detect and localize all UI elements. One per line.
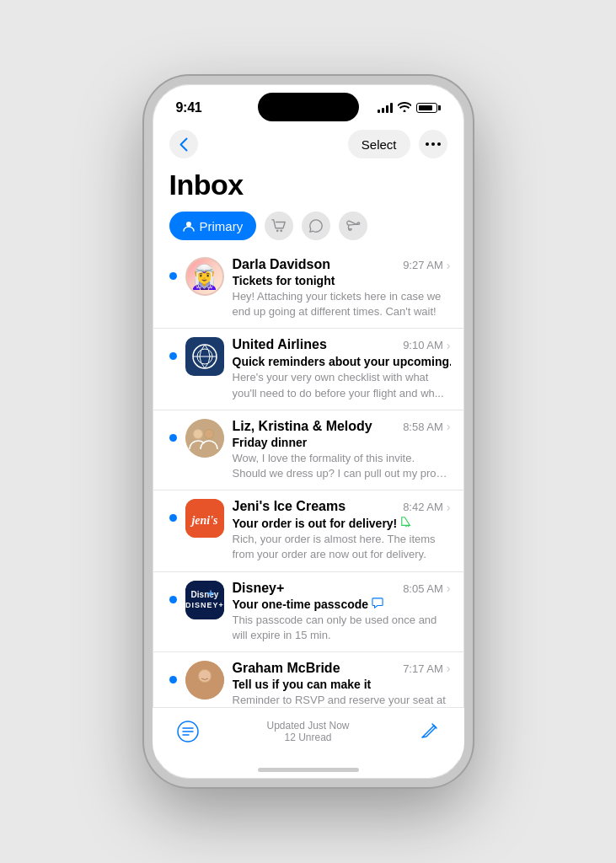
svg-text:Disney: Disney bbox=[190, 590, 218, 599]
email-item[interactable]: Liz, Kristina & Melody 8:58 AM › Friday … bbox=[153, 410, 464, 490]
svg-point-3 bbox=[186, 222, 191, 227]
email-preview: Here's your very own checklist with what… bbox=[233, 370, 451, 400]
battery-icon bbox=[416, 103, 441, 113]
email-sender: Liz, Kristina & Melody bbox=[233, 419, 372, 434]
email-time-row: 8:05 AM › bbox=[403, 582, 450, 595]
email-header-row: Disney+ 8:05 AM › bbox=[233, 581, 451, 596]
svg-rect-20 bbox=[185, 581, 224, 619]
status-icons bbox=[378, 102, 441, 115]
updated-text: Updated Just Now bbox=[266, 720, 349, 732]
svg-point-2 bbox=[437, 142, 441, 146]
chevron-right-icon: › bbox=[447, 582, 451, 595]
avatar: jeni's bbox=[185, 499, 224, 538]
status-center: Updated Just Now 12 Unread bbox=[266, 720, 349, 743]
email-item[interactable]: United Airlines 9:10 AM › Quick reminder… bbox=[153, 329, 464, 410]
email-time: 8:42 AM bbox=[403, 501, 443, 513]
email-content: Graham McBride 7:17 AM › Tell us if you … bbox=[233, 661, 451, 707]
inbox-header: Inbox bbox=[153, 165, 464, 212]
wifi-icon bbox=[398, 102, 411, 115]
svg-point-14 bbox=[194, 430, 202, 438]
unread-indicator bbox=[169, 434, 177, 442]
avatar: 🧝‍♀️ bbox=[185, 257, 224, 296]
compose-button[interactable] bbox=[414, 716, 444, 747]
email-header-row: Jeni's Ice Creams 8:42 AM › bbox=[233, 499, 451, 514]
avatar: Disney + DISNEY+ bbox=[185, 581, 224, 619]
unread-indicator bbox=[169, 272, 177, 280]
svg-text:DISNEY+: DISNEY+ bbox=[185, 601, 224, 609]
email-content: United Airlines 9:10 AM › Quick reminder… bbox=[233, 337, 451, 400]
email-time: 8:05 AM bbox=[403, 582, 443, 595]
phone-frame: 9:41 bbox=[144, 76, 473, 787]
chevron-right-icon: › bbox=[447, 662, 451, 675]
email-time-row: 8:58 AM › bbox=[403, 420, 450, 433]
email-subject: Your order is out for delivery! bbox=[233, 516, 451, 530]
select-button[interactable]: Select bbox=[348, 130, 410, 158]
email-preview: Wow, I love the formality of this invite… bbox=[233, 451, 451, 481]
avatar bbox=[185, 337, 224, 376]
email-time-row: 8:42 AM › bbox=[403, 501, 450, 514]
email-time-row: 9:27 AM › bbox=[403, 259, 450, 272]
email-content: Darla Davidson 9:27 AM › Tickets for ton… bbox=[233, 257, 451, 319]
tab-primary[interactable]: Primary bbox=[169, 212, 257, 240]
email-content: Jeni's Ice Creams 8:42 AM › Your order i… bbox=[233, 499, 451, 562]
svg-point-18 bbox=[405, 526, 407, 528]
menu-icon[interactable] bbox=[173, 716, 203, 747]
email-preview: Rich, your order is almost here. The ite… bbox=[233, 532, 451, 562]
tab-social[interactable] bbox=[302, 212, 330, 240]
shopping-tag-icon-2 bbox=[400, 516, 412, 530]
email-subject: Tickets for tonight bbox=[233, 274, 451, 287]
email-sender: Disney+ bbox=[233, 581, 285, 596]
bottom-bar: Updated Just Now 12 Unread bbox=[153, 707, 464, 760]
tab-promotions[interactable] bbox=[339, 212, 367, 240]
more-button[interactable] bbox=[419, 130, 447, 158]
home-bar bbox=[258, 768, 359, 772]
svg-point-15 bbox=[205, 430, 213, 438]
chevron-right-icon: › bbox=[447, 259, 451, 272]
email-sender: Darla Davidson bbox=[233, 257, 330, 272]
unread-indicator bbox=[169, 596, 177, 603]
email-sender: Jeni's Ice Creams bbox=[233, 499, 346, 514]
svg-point-5 bbox=[281, 230, 283, 233]
email-header-row: Liz, Kristina & Melody 8:58 AM › bbox=[233, 419, 451, 434]
email-item[interactable]: Disney + DISNEY+ Disney+ 8:05 AM › Your … bbox=[153, 572, 464, 652]
email-item[interactable]: 🧝‍♀️ Darla Davidson 9:27 AM › Tickets fo… bbox=[153, 249, 464, 329]
nav-right-buttons: Select bbox=[348, 130, 447, 158]
unread-indicator bbox=[169, 352, 177, 360]
email-preview: Hey! Attaching your tickets here in case… bbox=[233, 289, 451, 319]
email-sender: Graham McBride bbox=[233, 661, 340, 676]
email-header-row: Darla Davidson 9:27 AM › bbox=[233, 257, 451, 272]
unread-indicator bbox=[169, 514, 177, 522]
nav-bar: Select bbox=[153, 126, 464, 165]
email-time-row: 7:17 AM › bbox=[403, 662, 450, 675]
email-preview: Reminder to RSVP and reserve your seat a… bbox=[233, 693, 451, 707]
svg-text:jeni's: jeni's bbox=[190, 514, 218, 527]
status-time: 9:41 bbox=[176, 100, 202, 115]
filter-tabs: Primary bbox=[153, 212, 464, 249]
chevron-right-icon: › bbox=[447, 420, 451, 433]
inbox-title: Inbox bbox=[169, 169, 447, 201]
email-subject: Your one-time passcode bbox=[233, 598, 451, 611]
email-list: 🧝‍♀️ Darla Davidson 9:27 AM › Tickets fo… bbox=[153, 249, 464, 707]
email-subject: Quick reminders about your upcoming... bbox=[233, 354, 451, 368]
svg-point-19 bbox=[408, 526, 410, 528]
chat-tag-icon bbox=[372, 598, 383, 611]
unread-indicator bbox=[169, 676, 177, 683]
email-time-row: 9:10 AM › bbox=[403, 339, 450, 352]
email-time: 7:17 AM bbox=[403, 662, 443, 675]
dynamic-island bbox=[258, 93, 359, 121]
email-time: 8:58 AM bbox=[403, 421, 443, 433]
svg-point-4 bbox=[276, 230, 279, 233]
email-item[interactable]: Graham McBride 7:17 AM › Tell us if you … bbox=[153, 652, 464, 707]
svg-rect-11 bbox=[185, 419, 224, 458]
tab-primary-label: Primary bbox=[200, 219, 244, 233]
email-header-row: Graham McBride 7:17 AM › bbox=[233, 661, 451, 676]
email-time: 9:27 AM bbox=[403, 259, 443, 271]
email-preview: This passcode can only be used once and … bbox=[233, 613, 451, 643]
avatar bbox=[185, 419, 224, 458]
email-item[interactable]: jeni's Jeni's Ice Creams 8:42 AM › Your … bbox=[153, 490, 464, 571]
avatar bbox=[185, 661, 224, 700]
tab-shopping[interactable] bbox=[265, 212, 293, 240]
email-content: Disney+ 8:05 AM › Your one-time passcode… bbox=[233, 581, 451, 643]
chevron-right-icon: › bbox=[447, 339, 451, 352]
back-button[interactable] bbox=[169, 130, 198, 158]
